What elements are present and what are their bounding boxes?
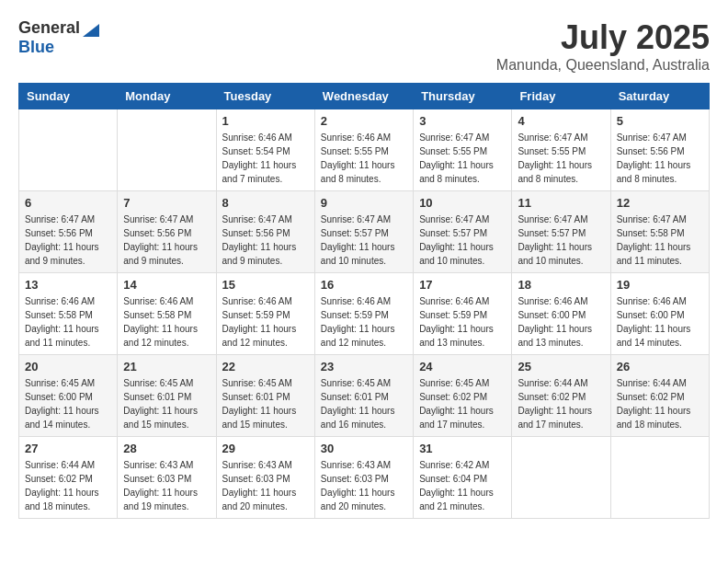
day-number: 24 xyxy=(419,360,506,373)
calendar-cell: 10Sunrise: 6:47 AM Sunset: 5:57 PM Dayli… xyxy=(414,191,512,273)
calendar-week-3: 13Sunrise: 6:46 AM Sunset: 5:58 PM Dayli… xyxy=(19,273,710,355)
day-info: Sunrise: 6:44 AM Sunset: 6:02 PM Dayligh… xyxy=(617,376,703,431)
col-header-tuesday: Tuesday xyxy=(216,84,314,109)
day-info: Sunrise: 6:42 AM Sunset: 6:04 PM Dayligh… xyxy=(419,458,506,513)
day-info: Sunrise: 6:47 AM Sunset: 5:56 PM Dayligh… xyxy=(25,213,111,268)
day-info: Sunrise: 6:47 AM Sunset: 5:56 PM Dayligh… xyxy=(222,213,309,268)
day-number: 15 xyxy=(222,278,309,292)
calendar-cell: 24Sunrise: 6:45 AM Sunset: 6:02 PM Dayli… xyxy=(414,355,512,437)
day-number: 30 xyxy=(321,442,407,455)
calendar-cell: 4Sunrise: 6:47 AM Sunset: 5:55 PM Daylig… xyxy=(512,109,610,191)
day-info: Sunrise: 6:44 AM Sunset: 6:02 PM Dayligh… xyxy=(518,376,604,431)
day-info: Sunrise: 6:47 AM Sunset: 5:56 PM Dayligh… xyxy=(123,213,210,268)
day-info: Sunrise: 6:47 AM Sunset: 5:57 PM Dayligh… xyxy=(419,213,506,268)
day-number: 18 xyxy=(518,278,604,292)
calendar-week-5: 27Sunrise: 6:44 AM Sunset: 6:02 PM Dayli… xyxy=(19,437,710,519)
day-number: 2 xyxy=(321,114,407,128)
calendar-cell: 27Sunrise: 6:44 AM Sunset: 6:02 PM Dayli… xyxy=(19,437,118,519)
calendar-cell: 7Sunrise: 6:47 AM Sunset: 5:56 PM Daylig… xyxy=(118,191,216,273)
col-header-thursday: Thursday xyxy=(414,84,512,109)
day-info: Sunrise: 6:43 AM Sunset: 6:03 PM Dayligh… xyxy=(123,458,210,513)
day-info: Sunrise: 6:46 AM Sunset: 6:00 PM Dayligh… xyxy=(518,294,604,350)
day-number: 19 xyxy=(617,278,703,292)
svg-marker-0 xyxy=(83,24,99,37)
calendar-cell: 6Sunrise: 6:47 AM Sunset: 5:56 PM Daylig… xyxy=(19,191,118,273)
calendar-cell: 18Sunrise: 6:46 AM Sunset: 6:00 PM Dayli… xyxy=(512,273,610,355)
calendar-header-row: SundayMondayTuesdayWednesdayThursdayFrid… xyxy=(19,84,710,109)
logo-icon xyxy=(83,20,99,37)
calendar-cell: 11Sunrise: 6:47 AM Sunset: 5:57 PM Dayli… xyxy=(512,191,610,273)
subtitle: Manunda, Queensland, Australia xyxy=(496,57,710,74)
day-number: 22 xyxy=(222,360,309,373)
calendar-cell: 23Sunrise: 6:45 AM Sunset: 6:01 PM Dayli… xyxy=(314,355,413,437)
day-info: Sunrise: 6:45 AM Sunset: 6:01 PM Dayligh… xyxy=(321,376,407,431)
calendar-cell: 19Sunrise: 6:46 AM Sunset: 6:00 PM Dayli… xyxy=(610,273,709,355)
col-header-sunday: Sunday xyxy=(19,84,118,109)
calendar-cell: 29Sunrise: 6:43 AM Sunset: 6:03 PM Dayli… xyxy=(216,437,314,519)
day-info: Sunrise: 6:46 AM Sunset: 5:59 PM Dayligh… xyxy=(222,294,309,350)
day-number: 16 xyxy=(321,278,407,292)
calendar-cell: 20Sunrise: 6:45 AM Sunset: 6:00 PM Dayli… xyxy=(19,355,118,437)
calendar-cell: 12Sunrise: 6:47 AM Sunset: 5:58 PM Dayli… xyxy=(610,191,709,273)
day-info: Sunrise: 6:45 AM Sunset: 6:02 PM Dayligh… xyxy=(419,376,506,431)
day-info: Sunrise: 6:45 AM Sunset: 6:01 PM Dayligh… xyxy=(222,376,309,431)
col-header-monday: Monday xyxy=(118,84,216,109)
calendar-week-4: 20Sunrise: 6:45 AM Sunset: 6:00 PM Dayli… xyxy=(19,355,710,437)
day-info: Sunrise: 6:46 AM Sunset: 5:58 PM Dayligh… xyxy=(25,294,111,350)
calendar-cell: 28Sunrise: 6:43 AM Sunset: 6:03 PM Dayli… xyxy=(118,437,216,519)
day-number: 8 xyxy=(222,196,309,210)
day-number: 12 xyxy=(617,196,703,210)
day-number: 23 xyxy=(321,360,407,373)
calendar-cell: 25Sunrise: 6:44 AM Sunset: 6:02 PM Dayli… xyxy=(512,355,610,437)
day-info: Sunrise: 6:47 AM Sunset: 5:57 PM Dayligh… xyxy=(518,213,604,268)
calendar-cell: 17Sunrise: 6:46 AM Sunset: 5:59 PM Dayli… xyxy=(414,273,512,355)
calendar-cell: 2Sunrise: 6:46 AM Sunset: 5:55 PM Daylig… xyxy=(314,109,413,191)
calendar-cell xyxy=(512,437,610,519)
day-info: Sunrise: 6:47 AM Sunset: 5:55 PM Dayligh… xyxy=(518,131,604,186)
day-number: 26 xyxy=(617,360,703,373)
day-info: Sunrise: 6:45 AM Sunset: 6:00 PM Dayligh… xyxy=(25,376,111,431)
calendar-cell: 13Sunrise: 6:46 AM Sunset: 5:58 PM Dayli… xyxy=(19,273,118,355)
day-info: Sunrise: 6:45 AM Sunset: 6:01 PM Dayligh… xyxy=(123,376,210,431)
day-number: 7 xyxy=(123,196,210,210)
page-header: General Blue July 2025 Manunda, Queensla… xyxy=(18,18,710,74)
day-number: 9 xyxy=(321,196,407,210)
day-info: Sunrise: 6:43 AM Sunset: 6:03 PM Dayligh… xyxy=(222,458,309,513)
col-header-saturday: Saturday xyxy=(610,84,709,109)
calendar-cell: 3Sunrise: 6:47 AM Sunset: 5:55 PM Daylig… xyxy=(414,109,512,191)
day-number: 1 xyxy=(222,114,309,128)
day-number: 3 xyxy=(419,114,506,128)
calendar-cell: 8Sunrise: 6:47 AM Sunset: 5:56 PM Daylig… xyxy=(216,191,314,273)
col-header-friday: Friday xyxy=(512,84,610,109)
day-info: Sunrise: 6:46 AM Sunset: 5:58 PM Dayligh… xyxy=(123,294,210,350)
day-info: Sunrise: 6:46 AM Sunset: 5:59 PM Dayligh… xyxy=(419,294,506,350)
calendar-cell: 26Sunrise: 6:44 AM Sunset: 6:02 PM Dayli… xyxy=(610,355,709,437)
day-number: 14 xyxy=(123,278,210,292)
day-info: Sunrise: 6:47 AM Sunset: 5:55 PM Dayligh… xyxy=(419,131,506,186)
day-number: 31 xyxy=(419,442,506,455)
day-number: 11 xyxy=(518,196,604,210)
day-info: Sunrise: 6:47 AM Sunset: 5:56 PM Dayligh… xyxy=(617,131,703,186)
calendar-cell: 9Sunrise: 6:47 AM Sunset: 5:57 PM Daylig… xyxy=(314,191,413,273)
calendar-cell: 15Sunrise: 6:46 AM Sunset: 5:59 PM Dayli… xyxy=(216,273,314,355)
day-number: 21 xyxy=(123,360,210,373)
calendar-cell: 21Sunrise: 6:45 AM Sunset: 6:01 PM Dayli… xyxy=(118,355,216,437)
day-number: 17 xyxy=(419,278,506,292)
day-info: Sunrise: 6:46 AM Sunset: 5:59 PM Dayligh… xyxy=(321,294,407,350)
calendar-cell xyxy=(19,109,118,191)
day-info: Sunrise: 6:46 AM Sunset: 6:00 PM Dayligh… xyxy=(617,294,703,350)
calendar-week-2: 6Sunrise: 6:47 AM Sunset: 5:56 PM Daylig… xyxy=(19,191,710,273)
day-info: Sunrise: 6:46 AM Sunset: 5:55 PM Dayligh… xyxy=(321,131,407,186)
day-info: Sunrise: 6:46 AM Sunset: 5:54 PM Dayligh… xyxy=(222,131,309,186)
logo: General Blue xyxy=(18,18,99,57)
day-number: 25 xyxy=(518,360,604,373)
calendar-cell xyxy=(118,109,216,191)
day-info: Sunrise: 6:47 AM Sunset: 5:58 PM Dayligh… xyxy=(617,213,703,268)
calendar-week-1: 1Sunrise: 6:46 AM Sunset: 5:54 PM Daylig… xyxy=(19,109,710,191)
day-number: 28 xyxy=(123,442,210,455)
day-number: 20 xyxy=(25,360,111,373)
day-number: 10 xyxy=(419,196,506,210)
calendar-cell xyxy=(610,437,709,519)
calendar-cell: 31Sunrise: 6:42 AM Sunset: 6:04 PM Dayli… xyxy=(414,437,512,519)
day-number: 5 xyxy=(617,114,703,128)
